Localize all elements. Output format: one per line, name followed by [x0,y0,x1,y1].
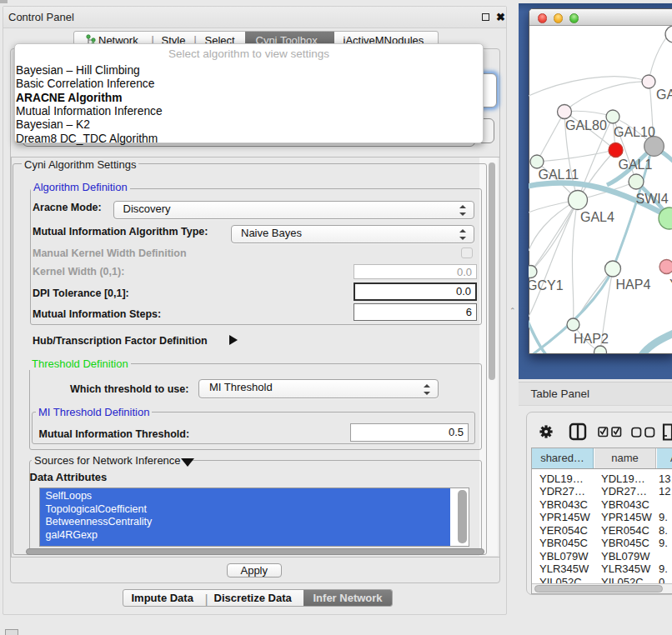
svg-text:GAL10: GAL10 [614,125,655,139]
svg-text:GAL4: GAL4 [580,210,614,224]
svg-text:SWI4: SWI4 [636,192,669,206]
svg-text:GAL1: GAL1 [619,158,653,172]
svg-text:GAL: GAL [656,88,672,102]
svg-text:GCY1: GCY1 [529,278,564,292]
svg-text:HAP2: HAP2 [574,332,609,346]
svg-text:HAP4: HAP4 [616,278,651,292]
svg-text:GAL80: GAL80 [565,118,607,132]
svg-text:GAL11: GAL11 [539,168,579,182]
